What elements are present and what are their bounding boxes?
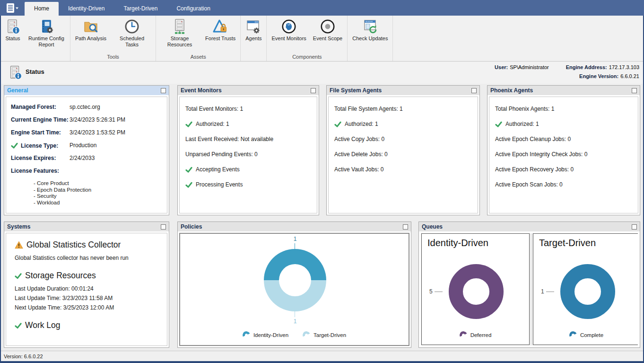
check-icon xyxy=(185,166,192,173)
legend-label: Complete xyxy=(580,332,603,338)
titlebar: Home Identity-Driven Target-Driven Confi… xyxy=(0,0,644,16)
status-line: Authorized: 1 xyxy=(334,120,472,128)
info-label: Current Engine Time: xyxy=(11,116,70,123)
app-menu-button[interactable] xyxy=(0,0,25,16)
queue-legend: Deferred xyxy=(422,331,529,339)
identity-driven-donut-chart xyxy=(449,264,504,319)
engine-version-info: Engine Version:6.6.0.21 xyxy=(579,73,639,79)
status-button[interactable]: Status xyxy=(1,18,24,43)
donut-bottom-value: 1 xyxy=(290,318,300,325)
window-border-left xyxy=(0,16,1,363)
info-label: License Expires: xyxy=(11,155,70,161)
collapse-button[interactable] xyxy=(403,224,408,230)
status-text: Total File System Agents: 1 xyxy=(334,105,403,113)
agents-icon xyxy=(245,18,261,35)
collapse-button[interactable] xyxy=(161,224,166,230)
ribbon-button-label: Check Updates xyxy=(352,35,388,42)
dropdown-caret-icon xyxy=(16,7,18,9)
path-analysis-button[interactable]: Path Analysis xyxy=(72,18,110,43)
section-heading: Work Log xyxy=(15,320,162,330)
app-window: Home Identity-Driven Target-Driven Confi… xyxy=(0,0,644,363)
panel-general: General Managed Forest:sp.cctec.org Curr… xyxy=(4,85,169,215)
collapse-button[interactable] xyxy=(632,88,637,93)
collapse-button[interactable] xyxy=(632,224,637,230)
runtime-config-report-button[interactable]: Runtime Config Report xyxy=(24,18,69,49)
event-monitors-button[interactable]: Event Monitors xyxy=(268,18,309,43)
forest-trusts-icon xyxy=(212,18,228,35)
page-title: Status xyxy=(26,68,44,75)
ribbon-group-assets: Storage Resources Forest Trusts Assets xyxy=(156,16,241,61)
ribbon-group-agents: Agents xyxy=(241,16,267,61)
legend-swatch-icon xyxy=(458,330,468,340)
status-line: Total Event Monitors: 1 xyxy=(185,105,311,113)
check-updates-icon xyxy=(362,18,378,35)
runtime-config-report-icon xyxy=(38,18,54,35)
license-feature: - Core Product xyxy=(34,180,162,187)
queue-tick-value: 5 xyxy=(429,288,433,295)
forest-trusts-button[interactable]: Forest Trusts xyxy=(202,18,239,43)
policies-legend: Identity-Driven Target-Driven xyxy=(180,331,409,339)
legend-item-target-driven: Target-Driven xyxy=(303,331,346,339)
status-text: Active Epoch Cleanup Jobs: 0 xyxy=(495,135,571,143)
systems-section-work-log: Work Log xyxy=(15,320,162,330)
storage-resources-button[interactable]: Storage Resources xyxy=(157,18,202,49)
ribbon-button-label: Path Analysis xyxy=(75,35,106,42)
queue-tick: 1 xyxy=(541,288,554,295)
status-text: Active Copy Jobs: 0 xyxy=(334,135,384,143)
collapse-button[interactable] xyxy=(161,88,166,93)
tab-identity-driven[interactable]: Identity-Driven xyxy=(59,2,114,16)
status-line: Authorized: 1 xyxy=(185,120,311,128)
queue-chart-title: Identity-Driven xyxy=(427,238,488,248)
section-detail: Global Statistics collector has never be… xyxy=(15,253,162,263)
systems-section-global-statistics: Global Statistics Collector Global Stati… xyxy=(15,240,162,263)
info-value: Production xyxy=(70,142,96,149)
ribbon-group-updates: Check Updates xyxy=(348,16,393,61)
status-server-info-icon xyxy=(5,18,21,35)
legend-swatch-icon xyxy=(302,330,312,340)
ribbon-group-label xyxy=(241,53,266,61)
panel-event-monitors: Event Monitors Total Event Monitors: 1 A… xyxy=(177,85,319,215)
collapse-button[interactable] xyxy=(311,88,316,93)
check-icon xyxy=(334,121,341,128)
app-version: Version: 6.6.0.22 xyxy=(4,354,43,359)
panel-phoenix-agents: Phoenix Agents Total Phoenix Agents: 1 A… xyxy=(487,85,640,215)
legend-swatch-icon xyxy=(242,330,252,340)
scheduled-tasks-button[interactable]: Scheduled Tasks xyxy=(110,18,154,49)
queue-chart-title: Target-Driven xyxy=(539,238,596,248)
panel-policies: Policies 1 1 Identity-Driven Target-Driv… xyxy=(177,221,411,348)
info-row: Engine Start Time:3/24/2023 1:53:52 PM xyxy=(11,129,162,137)
ribbon-button-label: Storage Resources xyxy=(161,35,199,48)
tab-configuration[interactable]: Configuration xyxy=(167,2,219,16)
status-line: Active Epoch Scan Jobs: 0 xyxy=(495,180,632,189)
status-line: Processing Events xyxy=(185,180,311,189)
ribbon-button-label: Forest Trusts xyxy=(205,35,235,42)
panel-title: Policies xyxy=(181,223,202,230)
info-value: 3/24/2023 5:26:31 PM xyxy=(70,116,125,123)
check-updates-button[interactable]: Check Updates xyxy=(349,18,391,43)
tab-target-driven[interactable]: Target-Driven xyxy=(114,2,167,16)
status-text: Active Epoch Integrity Check Jobs: 0 xyxy=(495,150,587,159)
panel-general-header: General xyxy=(4,86,169,95)
info-label: License Features: xyxy=(11,168,70,174)
info-row: Managed Forest:sp.cctec.org xyxy=(11,104,162,112)
collapse-button[interactable] xyxy=(471,88,477,93)
event-scope-button[interactable]: Event Scope xyxy=(310,18,346,43)
info-row: License Features: xyxy=(11,168,162,176)
panel-policies-header: Policies xyxy=(178,222,411,231)
scheduled-tasks-icon xyxy=(124,18,140,35)
panel-title: Systems xyxy=(7,223,30,230)
panel-event-monitors-header: Event Monitors xyxy=(178,86,319,95)
page-header: Status User:SP\Administrator Engine Addr… xyxy=(1,62,643,84)
ribbon-group-tools: Path Analysis Scheduled Tasks Tools xyxy=(70,16,156,61)
panel-systems-header: Systems xyxy=(4,222,169,231)
section-detail: Last Update Time: 3/23/2023 11:58 AM xyxy=(15,293,162,303)
status-text: Processing Events xyxy=(196,180,243,189)
tab-home[interactable]: Home xyxy=(25,2,59,16)
status-text: Active Epoch Recovery Jobs: 0 xyxy=(495,165,574,174)
target-driven-donut-chart xyxy=(560,264,615,319)
agents-button[interactable]: Agents xyxy=(242,18,265,43)
panel-title: General xyxy=(7,87,28,94)
info-value: sp.cctec.org xyxy=(70,104,100,110)
info-value: 3/24/2023 1:53:52 PM xyxy=(70,129,125,136)
panel-queues-header: Queues xyxy=(419,222,640,231)
